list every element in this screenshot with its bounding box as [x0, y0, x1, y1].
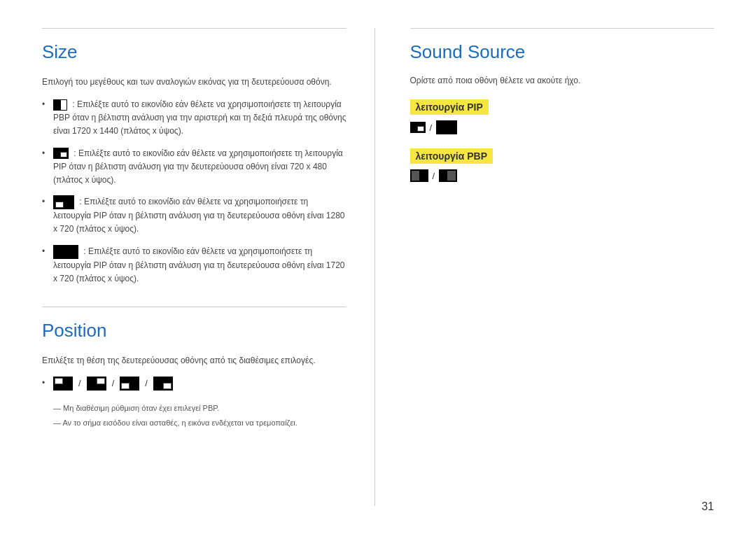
- pip-icons-row: /: [410, 120, 715, 134]
- pip-mode-label: λειτουργία PIP: [410, 99, 489, 115]
- right-column: Sound Source Ορίστε από ποια οθόνη θέλετ…: [375, 28, 715, 506]
- position-bullet-list: / / /: [42, 377, 346, 391]
- pbp-sound-icon-2: [439, 169, 457, 182]
- sound-source-title: Sound Source: [410, 28, 715, 63]
- position-icons-row: / / /: [53, 377, 346, 391]
- pbp-mode-section: λειτουργία PBP /: [410, 148, 715, 182]
- position-br-icon: [153, 377, 173, 391]
- sound-source-description: Ορίστε από ποια οθόνη θέλετε να ακούτε ή…: [410, 76, 715, 85]
- position-bl-icon: [120, 377, 139, 391]
- position-tl-icon: [53, 377, 73, 391]
- footnote-2: Αν το σήμα εισόδου είναι ασταθές, η εικό…: [53, 417, 346, 430]
- pbp-icons-row: /: [410, 169, 715, 182]
- size-title: Size: [42, 28, 346, 63]
- pbp-left-icon: [53, 99, 67, 111]
- position-tr-icon: [87, 377, 106, 391]
- size-description: Επιλογή του μεγέθους και των αναλογιών ε…: [42, 76, 346, 88]
- position-bullet: / / /: [42, 377, 346, 391]
- footnotes: Μη διαθέσιμη ρύθμιση όταν έχει επιλεγεί …: [42, 402, 346, 430]
- bullet-text-4: : Επιλέξτε αυτό το εικονίδιο εάν θέλετε …: [53, 246, 344, 283]
- position-title: Position: [42, 307, 346, 342]
- pbp-mode-label: λειτουργία PBP: [410, 148, 493, 164]
- pbp-sound-icon-1: [410, 169, 428, 182]
- pip-sound-icon-2: [436, 120, 457, 134]
- footnote-1: Μη διαθέσιμη ρύθμιση όταν έχει επιλεγεί …: [53, 402, 346, 415]
- page-number: 31: [701, 500, 714, 513]
- pip-small-icon: [53, 148, 69, 159]
- pip-sound-icon-1: [410, 122, 426, 133]
- bullet-text-1: : Επιλέξτε αυτό το εικονίδιο εάν θέλετε …: [53, 99, 346, 136]
- position-section: Position Επιλέξτε τη θέση της δευτερεύου…: [42, 307, 346, 430]
- pip-separator: /: [430, 122, 433, 133]
- pip-large-icon: [53, 195, 74, 209]
- pbp-separator: /: [433, 171, 435, 181]
- pip-mode-section: λειτουργία PIP /: [410, 99, 715, 134]
- size-bullet-list: : Επιλέξτε αυτό το εικονίδιο εάν θέλετε …: [42, 98, 346, 286]
- left-column: Size Επιλογή του μεγέθους και των αναλογ…: [42, 28, 375, 506]
- bullet-item-4: : Επιλέξτε αυτό το εικονίδιο εάν θέλετε …: [42, 245, 346, 286]
- bullet-item-3: : Επιλέξτε αυτό το εικονίδιο εάν θέλετε …: [42, 195, 346, 236]
- bullet-item-2: : Επιλέξτε αυτό το εικονίδιο εάν θέλετε …: [42, 147, 346, 188]
- position-description: Επιλέξτε τη θέση της δευτερεύουσας οθόνη…: [42, 354, 346, 367]
- bullet-text-3: : Επιλέξτε αυτό το εικονίδιο εάν θέλετε …: [53, 197, 344, 234]
- bullet-item-1: : Επιλέξτε αυτό το εικονίδιο εάν θέλετε …: [42, 98, 346, 139]
- bullet-text-2: : Επιλέξτε αυτό το εικονίδιο εάν θέλετε …: [53, 148, 343, 185]
- pip-wide-icon: [53, 245, 78, 259]
